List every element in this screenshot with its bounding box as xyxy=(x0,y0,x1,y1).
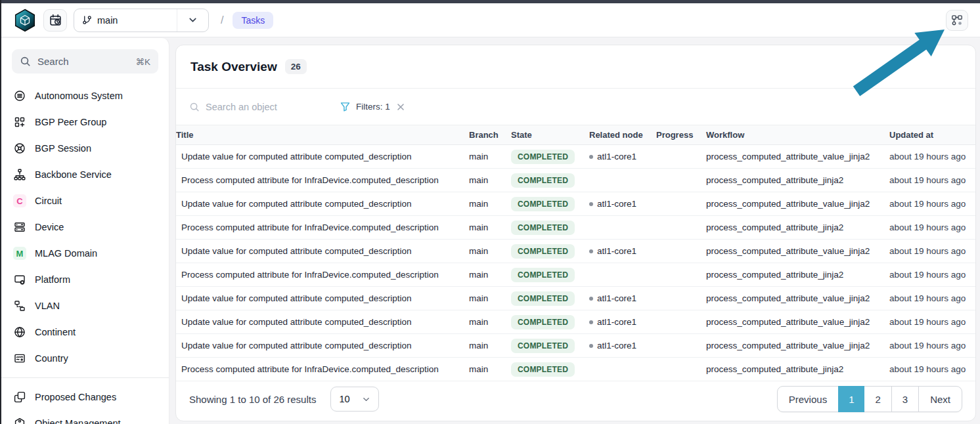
proposed-changes-icon xyxy=(14,391,26,403)
sidebar-item-device[interactable]: Device xyxy=(1,214,169,240)
task-overview-panel: Task Overview 26 Search an object Filter… xyxy=(175,45,976,421)
autonomous-system-icon xyxy=(14,90,26,102)
status-badge: COMPLETED xyxy=(511,291,575,306)
cell-related-node: atl1-core1 xyxy=(589,341,656,350)
pagination: Previous 1 2 3 Next xyxy=(777,386,962,412)
table-row[interactable]: Update value for computed attribute comp… xyxy=(176,310,975,334)
status-badge: COMPLETED xyxy=(511,315,575,329)
node-status-dot-icon xyxy=(589,297,593,301)
cell-updated-at: about 19 hours ago xyxy=(889,293,975,303)
infrahub-logo-icon[interactable] xyxy=(13,9,37,32)
sidebar-divider xyxy=(1,377,169,378)
status-badge: COMPLETED xyxy=(511,197,575,211)
cell-title: Update value for computed attribute comp… xyxy=(176,293,469,303)
window-left-edge xyxy=(0,0,1,424)
clear-filters-button[interactable] xyxy=(396,102,405,112)
related-node-name: atl1-core1 xyxy=(597,246,636,256)
cell-updated-at: about 19 hours ago xyxy=(889,246,975,256)
cell-updated-at: about 19 hours ago xyxy=(889,341,975,350)
table-row[interactable]: Process computed attribute for InfraDevi… xyxy=(176,263,975,287)
search-icon xyxy=(189,102,200,112)
calendar-clock-icon xyxy=(49,14,62,26)
cell-workflow: process_computed_attribute_jinja2 xyxy=(706,270,889,280)
cell-workflow: process_computed_attribute_jinja2 xyxy=(706,223,889,232)
sidebar-item-label: Continent xyxy=(35,327,76,337)
sidebar-item-vlan[interactable]: VLAN xyxy=(1,293,169,319)
branch-selector-caret[interactable] xyxy=(177,9,208,32)
filters-label: Filters: 1 xyxy=(356,102,390,112)
cell-workflow: process_computed_attribute_value_jinja2 xyxy=(706,199,889,209)
results-summary: Showing 1 to 10 of 26 results xyxy=(189,394,316,405)
cell-state: COMPLETED xyxy=(511,244,589,259)
status-badge: COMPLETED xyxy=(511,244,575,259)
cell-updated-at: about 19 hours ago xyxy=(889,152,975,161)
page-1-button[interactable]: 1 xyxy=(838,386,864,412)
tasks-table: TitleBranchStateRelated nodeProgressWork… xyxy=(176,125,975,381)
page-size-value: 10 xyxy=(339,394,349,404)
sidebar-item-platform[interactable]: Platform xyxy=(1,266,169,293)
branch-selector[interactable]: main xyxy=(74,9,209,32)
close-icon xyxy=(396,102,405,112)
related-node-name: atl1-core1 xyxy=(597,341,636,350)
table-row[interactable]: Update value for computed attribute comp… xyxy=(176,145,975,169)
sidebar-item-mlag-domain[interactable]: M MLAG Domain xyxy=(1,240,169,266)
sidebar-item-label: Autonomous System xyxy=(35,91,123,101)
panel-header: Task Overview 26 xyxy=(176,45,975,89)
page-3-button[interactable]: 3 xyxy=(891,386,919,412)
bgp-peer-group-icon xyxy=(14,116,26,128)
table-row[interactable]: Process computed attribute for InfraDevi… xyxy=(176,216,975,240)
node-status-dot-icon xyxy=(589,155,593,159)
previous-page-button[interactable]: Previous xyxy=(777,386,839,412)
search-icon xyxy=(20,56,31,67)
column-header: Workflow xyxy=(706,130,889,140)
breadcrumb-separator: / xyxy=(221,14,223,26)
cell-state: COMPLETED xyxy=(511,339,589,353)
sidebar-item-bgp-peer-group[interactable]: BGP Peer Group xyxy=(1,109,169,135)
sidebar-item-label: BGP Session xyxy=(35,143,91,154)
sidebar-search[interactable]: Search ⌘K xyxy=(12,49,158,74)
related-node-name: atl1-core1 xyxy=(597,317,636,327)
table-footer: Showing 1 to 10 of 26 results 10 Previou… xyxy=(176,381,975,417)
device-icon xyxy=(14,221,26,233)
filters-button[interactable]: Filters: 1 xyxy=(340,102,390,112)
time-travel-button[interactable] xyxy=(43,9,67,32)
breadcrumb-tasks[interactable]: Tasks xyxy=(233,12,273,29)
sidebar-search-placeholder: Search xyxy=(37,56,129,67)
task-count-badge: 26 xyxy=(285,59,307,74)
sidebar-item-proposed-changes[interactable]: Proposed Changes xyxy=(1,384,169,410)
cell-workflow: process_computed_attribute_value_jinja2 xyxy=(706,341,889,350)
status-badge: COMPLETED xyxy=(511,150,575,164)
sidebar-item-bgp-session[interactable]: BGP Session xyxy=(1,135,169,161)
cell-branch: main xyxy=(469,317,511,327)
table-row[interactable]: Process computed attribute for InfraDevi… xyxy=(176,169,975,192)
cell-title: Update value for computed attribute comp… xyxy=(176,152,469,161)
schema-visualizer-button[interactable] xyxy=(946,10,968,31)
cell-related-node: atl1-core1 xyxy=(589,246,656,256)
cell-state: COMPLETED xyxy=(511,362,589,377)
cell-workflow: process_computed_attribute_value_jinja2 xyxy=(706,293,889,303)
sidebar-item-label: MLAG Domain xyxy=(35,248,97,259)
table-row[interactable]: Update value for computed attribute comp… xyxy=(176,240,975,263)
sidebar-item-continent[interactable]: Continent xyxy=(1,319,169,345)
sidebar-item-autonomous-system[interactable]: Autonomous System xyxy=(1,83,169,109)
cell-branch: main xyxy=(469,152,511,161)
table-row[interactable]: Update value for computed attribute comp… xyxy=(176,192,975,216)
column-header: State xyxy=(511,130,589,140)
backbone-service-icon xyxy=(14,169,26,180)
table-row[interactable]: Update value for computed attribute comp… xyxy=(176,287,975,310)
cell-state: COMPLETED xyxy=(511,268,589,282)
sidebar-item-circuit[interactable]: C Circuit xyxy=(1,188,169,214)
next-page-button[interactable]: Next xyxy=(918,386,962,412)
node-status-dot-icon xyxy=(589,320,593,324)
sidebar-item-object-management[interactable]: Object Management xyxy=(1,410,169,424)
sidebar-item-backbone-service[interactable]: Backbone Service xyxy=(1,161,169,188)
sidebar-item-country[interactable]: Country xyxy=(1,345,169,371)
status-badge: COMPLETED xyxy=(511,362,575,377)
page-size-select[interactable]: 10 xyxy=(330,387,379,412)
sidebar-item-label: Object Management xyxy=(35,418,121,424)
cell-branch: main xyxy=(469,223,511,232)
page-2-button[interactable]: 2 xyxy=(864,386,891,412)
table-row[interactable]: Update value for computed attribute comp… xyxy=(176,334,975,358)
table-row[interactable]: Process computed attribute for InfraDevi… xyxy=(176,358,975,381)
object-search-input[interactable]: Search an object xyxy=(189,102,332,112)
